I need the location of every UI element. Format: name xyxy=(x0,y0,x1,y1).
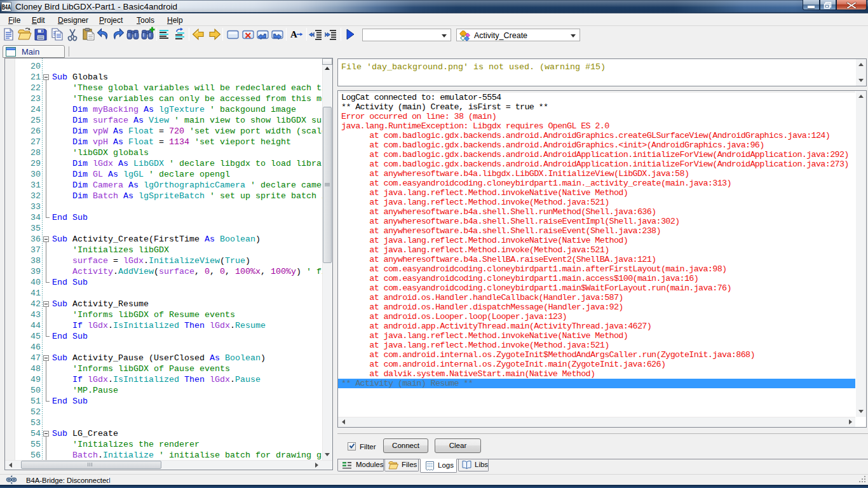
svg-text:A: A xyxy=(290,29,297,39)
svg-text:B4A: B4A xyxy=(2,4,11,11)
